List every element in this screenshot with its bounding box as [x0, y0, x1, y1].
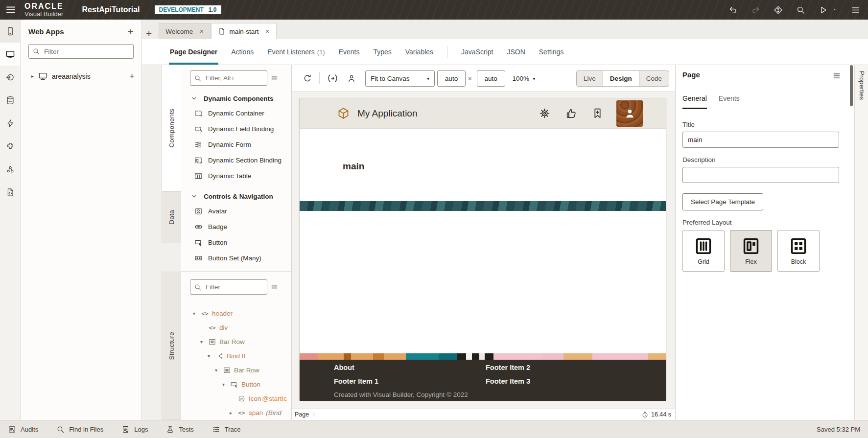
layout-option-flex[interactable]: Flex: [730, 230, 772, 272]
page-preview-frame[interactable]: My Application main AboutFooter Item 1Fo…: [299, 98, 666, 400]
structure-tree-row[interactable]: ▾Button: [181, 377, 291, 392]
add-web-app-button[interactable]: +: [128, 26, 134, 37]
preview-user-icon[interactable]: [347, 73, 356, 83]
component-item[interactable]: Dynamic Table: [181, 168, 291, 184]
tab-events[interactable]: Events: [719, 94, 740, 109]
header-menu-button[interactable]: [851, 5, 860, 15]
sub-tab-actions[interactable]: Actions: [231, 39, 254, 65]
rail-business-objects[interactable]: [0, 89, 20, 112]
structure-tree-row[interactable]: ▾<>header: [181, 306, 291, 321]
sub-tab-variables[interactable]: Variables: [405, 39, 433, 65]
zoom-dropdown[interactable]: 100% ▾: [513, 75, 536, 82]
properties-scrollbar[interactable]: [850, 65, 853, 106]
global-search-button[interactable]: [796, 5, 805, 15]
structure-tree-row[interactable]: Icon@startIc: [181, 392, 291, 406]
structure-tree-row[interactable]: ▾Bind If: [181, 349, 291, 363]
sub-tab-json[interactable]: JSON: [507, 39, 525, 65]
fit-to-canvas-dropdown[interactable]: Fit to Canvas ▾: [365, 70, 435, 87]
mode-live-button[interactable]: Live: [576, 70, 603, 87]
vertical-tab-components[interactable]: Components: [162, 65, 181, 191]
add-page-button[interactable]: +: [129, 71, 135, 81]
version-control-button[interactable]: [774, 5, 783, 15]
rail-components[interactable]: [0, 135, 20, 158]
refresh-canvas-icon[interactable]: [303, 73, 312, 83]
mode-design-button[interactable]: Design: [603, 70, 639, 87]
vertical-tab-data[interactable]: Data: [162, 191, 181, 243]
responsive-resize-icon[interactable]: [327, 73, 339, 84]
footer-link[interactable]: Footer Item 1: [334, 377, 378, 385]
run-options-caret-icon[interactable]: [833, 7, 838, 12]
sub-tab-types[interactable]: Types: [373, 39, 391, 65]
app-like-button[interactable]: [565, 107, 577, 119]
canvas-height-input[interactable]: [477, 70, 505, 87]
sub-tab-javascript[interactable]: JavaScript: [461, 39, 493, 65]
run-app-button[interactable]: [819, 5, 828, 15]
component-item[interactable]: Button: [181, 234, 291, 250]
layout-option-grid[interactable]: Grid: [682, 230, 725, 272]
page-title-input[interactable]: [682, 132, 839, 148]
app-settings-button[interactable]: [539, 107, 551, 119]
layout-option-block[interactable]: Block: [777, 230, 820, 272]
properties-collapsed-strip[interactable]: Properties: [854, 65, 868, 420]
components-section-header[interactable]: Controls & Navigation: [181, 190, 291, 203]
rail-web-apps[interactable]: [0, 43, 20, 66]
tab-general[interactable]: General: [682, 94, 707, 109]
sub-tab-settings[interactable]: Settings: [539, 39, 564, 65]
avatar[interactable]: [616, 100, 643, 127]
rail-processes[interactable]: [0, 158, 20, 181]
canvas-width-input[interactable]: [437, 70, 466, 87]
expand-caret-icon[interactable]: ▸: [31, 73, 34, 79]
component-item[interactable]: Dynamic Form: [181, 137, 291, 152]
app-bookmark-button[interactable]: [591, 107, 604, 119]
canvas-breadcrumb[interactable]: Page: [295, 411, 309, 418]
tree-caret-icon[interactable]: ▾: [200, 339, 208, 345]
sub-tab-events[interactable]: Events: [339, 39, 360, 65]
structure-tree-row[interactable]: ▾Bar Row: [181, 335, 291, 349]
component-item[interactable]: Dynamic Section Binding: [181, 152, 291, 168]
component-item[interactable]: Dynamic Field Binding: [181, 121, 291, 137]
rail-source-view[interactable]: [0, 181, 20, 204]
vertical-tab-structure[interactable]: Structure: [162, 272, 181, 420]
undo-button[interactable]: [728, 5, 738, 15]
tree-caret-icon[interactable]: ▾: [208, 353, 215, 359]
page-description-input[interactable]: [682, 167, 839, 183]
tab-welcome[interactable]: Welcome ✕: [159, 23, 211, 39]
rail-service-connections[interactable]: [0, 66, 20, 89]
footer-tool-trace[interactable]: Trace: [212, 425, 241, 434]
close-icon[interactable]: ✕: [265, 28, 270, 35]
structure-tree-row[interactable]: <>div: [181, 321, 291, 335]
component-item[interactable]: Dynamic Container: [181, 105, 291, 121]
footer-tool-audits[interactable]: Audits: [8, 425, 38, 434]
structure-tree-row[interactable]: ▸<>span(Bind: [181, 406, 291, 420]
tree-caret-icon[interactable]: ▾: [193, 311, 200, 316]
component-item[interactable]: Badge: [181, 219, 291, 234]
footer-link[interactable]: About: [334, 364, 354, 371]
rail-action-chains[interactable]: [0, 112, 20, 135]
structure-panel-menu-icon[interactable]: [270, 283, 279, 291]
component-item[interactable]: Button Set (Many): [181, 250, 291, 266]
properties-panel-menu-icon[interactable]: [832, 71, 841, 80]
rail-mobile-apps[interactable]: [0, 20, 20, 43]
tree-caret-icon[interactable]: ▸: [230, 410, 237, 415]
tree-caret-icon[interactable]: ▾: [215, 368, 222, 373]
footer-tool-logs[interactable]: Logs: [121, 425, 148, 434]
components-section-header[interactable]: Dynamic Components: [181, 92, 291, 105]
main-menu-icon[interactable]: [5, 4, 17, 16]
components-panel-menu-icon[interactable]: [270, 74, 279, 82]
redo-button[interactable]: [751, 5, 760, 15]
structure-tree-row[interactable]: ▾Bar Row: [181, 363, 291, 377]
web-apps-filter-input[interactable]: [28, 44, 134, 59]
footer-tool-find-in-files[interactable]: Find in Files: [56, 425, 103, 434]
sub-tab-event-listeners[interactable]: Event Listeners(1): [267, 39, 325, 65]
sub-tab-page-designer[interactable]: Page Designer: [170, 39, 217, 65]
footer-tool-tests[interactable]: Tests: [166, 425, 193, 434]
new-tab-button[interactable]: +: [146, 28, 152, 40]
component-item[interactable]: Avatar: [181, 203, 291, 219]
footer-link[interactable]: Footer Item 2: [486, 364, 530, 371]
close-icon[interactable]: ✕: [199, 28, 204, 35]
tab-main-start[interactable]: main-start ✕: [211, 23, 277, 39]
footer-link[interactable]: Footer Item 3: [486, 377, 530, 385]
tree-caret-icon[interactable]: ▾: [222, 382, 230, 387]
mode-code-button[interactable]: Code: [639, 70, 669, 87]
web-app-tree-item[interactable]: ▸ areaanalysis +: [21, 71, 141, 81]
